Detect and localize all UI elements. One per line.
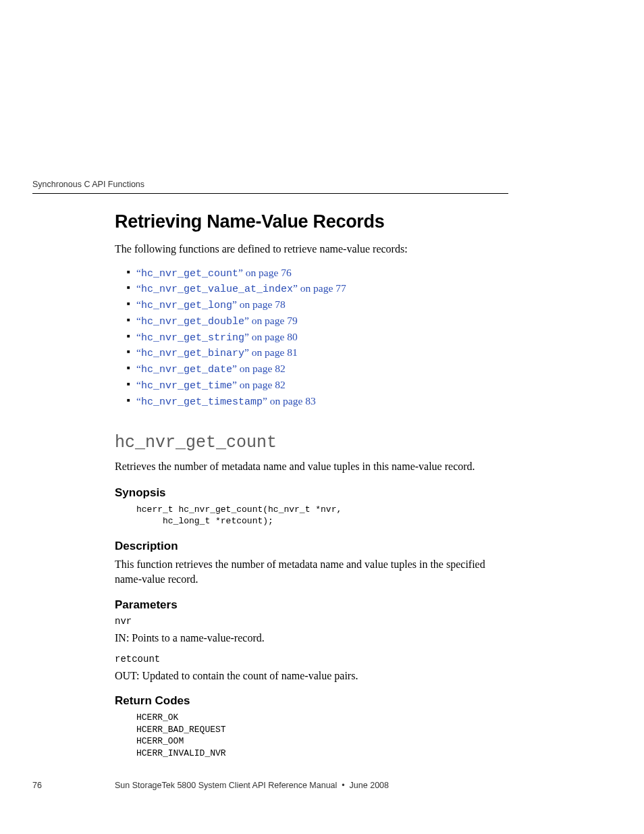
param-name: nvr bbox=[115, 616, 509, 627]
list-item: “hc_nvr_get_string” on page 80 bbox=[127, 330, 509, 345]
synopsis-heading: Synopsis bbox=[115, 486, 509, 500]
description-body: This function retrieves the number of me… bbox=[115, 557, 509, 586]
synopsis-code: hcerr_t hc_nvr_get_count(hc_nvr_t *nvr, … bbox=[136, 504, 509, 527]
section-title: Retrieving Name-Value Records bbox=[115, 211, 509, 232]
list-item: “hc_nvr_get_timestamp” on page 83 bbox=[127, 394, 509, 409]
param-desc: IN: Points to a name-value-record. bbox=[115, 632, 509, 644]
list-item: “hc_nvr_get_date” on page 82 bbox=[127, 362, 509, 377]
list-item: “hc_nvr_get_long” on page 78 bbox=[127, 298, 509, 313]
function-link-list: “hc_nvr_get_count” on page 76 “hc_nvr_ge… bbox=[115, 266, 509, 409]
list-item: “hc_nvr_get_binary” on page 81 bbox=[127, 346, 509, 361]
page-number: 76 bbox=[32, 781, 42, 790]
footer-text: Sun StorageTek 5800 System Client API Re… bbox=[115, 781, 389, 790]
running-header: Synchronous C API Functions bbox=[32, 180, 144, 189]
xref-link[interactable]: “hc_nvr_get_count” on page 76 bbox=[136, 267, 292, 278]
list-item: “hc_nvr_get_double” on page 79 bbox=[127, 314, 509, 329]
xref-link[interactable]: “hc_nvr_get_value_at_index” on page 77 bbox=[136, 282, 346, 294]
param-desc: OUT: Updated to contain the count of nam… bbox=[115, 670, 509, 682]
return-codes-list: HCERR_OK HCERR_BAD_REQUEST HCERR_OOM HCE… bbox=[136, 712, 509, 759]
function-summary: Retrieves the number of metadata name an… bbox=[115, 459, 509, 474]
list-item: “hc_nvr_get_value_at_index” on page 77 bbox=[127, 282, 509, 296]
xref-link[interactable]: “hc_nvr_get_long” on page 78 bbox=[136, 298, 286, 310]
description-heading: Description bbox=[115, 540, 509, 553]
xref-link[interactable]: “hc_nvr_get_date” on page 82 bbox=[136, 363, 286, 374]
param-name: retcount bbox=[115, 654, 509, 664]
content-area: Retrieving Name-Value Records The follow… bbox=[115, 211, 509, 766]
return-codes-heading: Return Codes bbox=[115, 694, 509, 708]
page: Synchronous C API Functions Retrieving N… bbox=[0, 0, 644, 834]
xref-link[interactable]: “hc_nvr_get_time” on page 82 bbox=[136, 379, 286, 390]
list-item: “hc_nvr_get_time” on page 82 bbox=[127, 378, 509, 393]
xref-link[interactable]: “hc_nvr_get_binary” on page 81 bbox=[136, 346, 298, 358]
xref-link[interactable]: “hc_nvr_get_double” on page 79 bbox=[136, 315, 298, 326]
xref-link[interactable]: “hc_nvr_get_string” on page 80 bbox=[136, 331, 298, 342]
list-item: “hc_nvr_get_count” on page 76 bbox=[127, 266, 509, 281]
parameters-heading: Parameters bbox=[115, 598, 509, 612]
xref-link[interactable]: “hc_nvr_get_timestamp” on page 83 bbox=[136, 395, 316, 407]
header-rule bbox=[32, 193, 508, 194]
section-intro: The following functions are defined to r… bbox=[115, 242, 509, 257]
function-heading: hc_nvr_get_count bbox=[115, 433, 509, 452]
page-footer: 76 Sun StorageTek 5800 System Client API… bbox=[32, 781, 508, 790]
